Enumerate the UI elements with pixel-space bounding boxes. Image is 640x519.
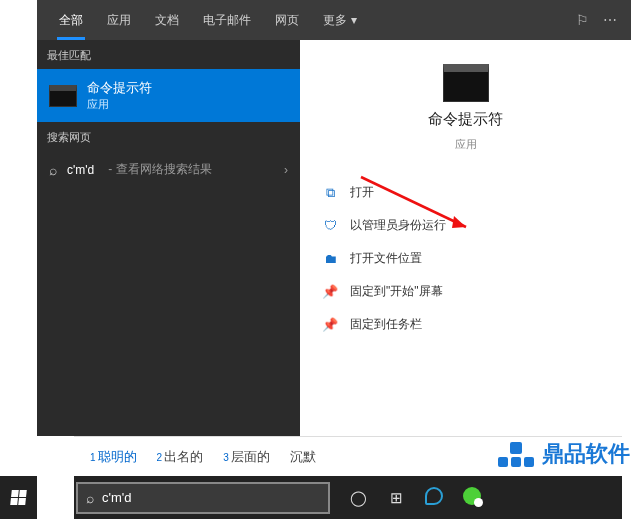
watermark-logo-icon [498, 442, 534, 467]
best-match-header: 最佳匹配 [37, 40, 300, 69]
result-command-prompt[interactable]: 命令提示符 应用 [37, 69, 300, 122]
windows-logo-icon [10, 490, 27, 505]
pin-taskbar-icon: 📌 [322, 317, 338, 333]
result-subtitle: 应用 [87, 97, 152, 112]
search-web-header: 搜索网页 [37, 122, 300, 151]
more-options-icon[interactable]: ⋯ [603, 12, 617, 28]
task-view-icon[interactable]: ⊞ [386, 489, 406, 507]
watermark: 鼎品软件 [498, 439, 630, 469]
folder-icon: 🖿 [322, 251, 338, 267]
feedback-icon[interactable]: ⚐ [576, 12, 589, 28]
web-query: c'm'd [67, 163, 94, 177]
web-search-item[interactable]: ⌕ c'm'd - 查看网络搜索结果 › [37, 151, 300, 188]
search-icon: ⌕ [86, 490, 94, 506]
candidate-3[interactable]: 3层面的 [223, 448, 270, 466]
action-pin-to-start[interactable]: 📌 固定到"开始"屏幕 [320, 277, 611, 306]
wechat-icon[interactable] [462, 487, 482, 508]
search-icon: ⌕ [49, 162, 57, 178]
action-open[interactable]: ⧉ 打开 [320, 178, 611, 207]
taskbar: ⌕ ◯ ⊞ [74, 476, 622, 519]
taskbar-search[interactable]: ⌕ [76, 482, 330, 514]
tab-all[interactable]: 全部 [47, 0, 95, 40]
chevron-right-icon: › [284, 163, 288, 177]
cmd-preview-icon [443, 64, 489, 102]
preview-subtitle: 应用 [455, 137, 477, 152]
web-hint: - 查看网络搜索结果 [108, 161, 211, 178]
candidate-4[interactable]: 沉默 [290, 448, 316, 466]
candidate-1[interactable]: 1聪明的 [90, 448, 137, 466]
cmd-icon [49, 85, 77, 107]
tab-more[interactable]: 更多 ▾ [311, 0, 369, 40]
edge-icon[interactable] [424, 487, 444, 508]
tab-documents[interactable]: 文档 [143, 0, 191, 40]
action-run-as-admin[interactable]: 🛡 以管理员身份运行 [320, 211, 611, 240]
tab-apps[interactable]: 应用 [95, 0, 143, 40]
candidate-2[interactable]: 2出名的 [157, 448, 204, 466]
preview-title: 命令提示符 [428, 110, 503, 129]
search-filter-tabs: 全部 应用 文档 电子邮件 网页 更多 ▾ ⚐ ⋯ [37, 0, 631, 40]
preview-pane: 命令提示符 应用 ⧉ 打开 🛡 以管理员身份运行 🖿 打开文件 [300, 40, 631, 436]
result-title: 命令提示符 [87, 79, 152, 97]
cortana-icon[interactable]: ◯ [348, 489, 368, 507]
tab-web[interactable]: 网页 [263, 0, 311, 40]
pin-start-icon: 📌 [322, 284, 338, 300]
action-pin-to-taskbar[interactable]: 📌 固定到任务栏 [320, 310, 611, 339]
search-input[interactable] [102, 490, 320, 505]
tab-email[interactable]: 电子邮件 [191, 0, 263, 40]
open-icon: ⧉ [322, 185, 338, 201]
admin-shield-icon: 🛡 [322, 218, 338, 234]
chevron-down-icon: ▾ [351, 13, 357, 27]
action-open-file-location[interactable]: 🖿 打开文件位置 [320, 244, 611, 273]
start-button[interactable] [0, 476, 37, 519]
results-pane: 最佳匹配 命令提示符 应用 搜索网页 ⌕ c'm'd - 查看网络搜索结果 › [37, 40, 300, 436]
